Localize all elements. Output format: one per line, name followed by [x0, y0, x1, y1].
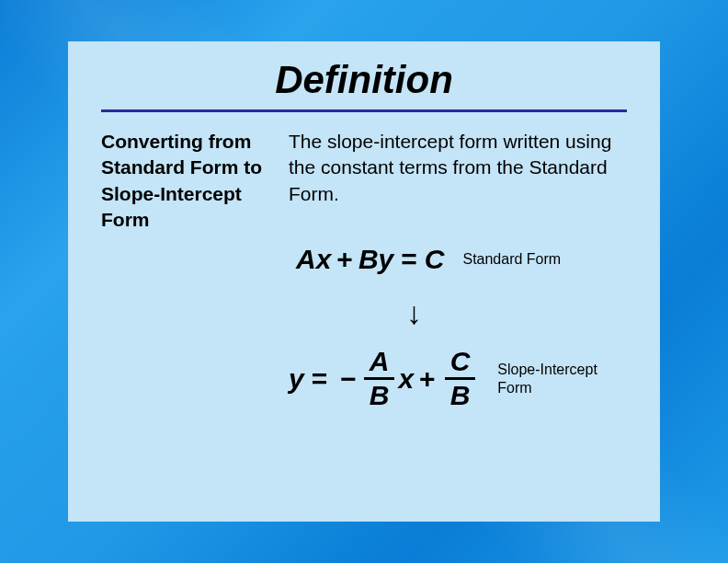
equals-sign: = [312, 363, 328, 395]
term-text: Converting from Standard Form to Slope-I… [101, 129, 267, 233]
card-title: Definition [101, 58, 627, 102]
negative-sign: − [340, 363, 357, 395]
var-C: C [425, 244, 445, 275]
var-y: y [379, 244, 394, 275]
plus-operator: + [419, 363, 436, 395]
numerator-C: C [445, 346, 476, 377]
var-x: x [316, 244, 332, 275]
plus-operator: + [336, 244, 353, 275]
equation-standard-form-row: Ax + By = C Standard Form [289, 244, 627, 275]
arrow-row: ↓ [289, 295, 627, 331]
denominator-B: B [364, 380, 395, 411]
equation-standard-form: Ax + By = C [296, 244, 444, 275]
standard-form-label: Standard Form [462, 250, 561, 268]
numerator-A: A [364, 346, 395, 377]
description-text: The slope-intercept form written using t… [289, 129, 627, 207]
equals-sign: = [401, 244, 417, 275]
var-A: A [296, 244, 316, 275]
fraction-A-over-B: A B [364, 346, 395, 411]
var-B: B [358, 244, 379, 275]
denominator-B: B [445, 380, 476, 411]
equation-slope-intercept: y = − A B x + C B [289, 346, 479, 411]
slope-intercept-label: Slope-Intercept Form [497, 361, 627, 396]
equation-slope-intercept-row: y = − A B x + C B Slope-I [289, 346, 627, 411]
definition-card: Definition Converting from Standard Form… [68, 41, 660, 522]
var-x: x [398, 363, 414, 395]
var-y: y [289, 363, 304, 395]
term-column: Converting from Standard Form to Slope-I… [101, 129, 267, 422]
description-column: The slope-intercept form written using t… [289, 129, 627, 422]
title-underline [101, 109, 627, 112]
card-content: Converting from Standard Form to Slope-I… [101, 129, 627, 422]
down-arrow-icon: ↓ [406, 295, 422, 330]
fraction-C-over-B: C B [445, 346, 476, 411]
